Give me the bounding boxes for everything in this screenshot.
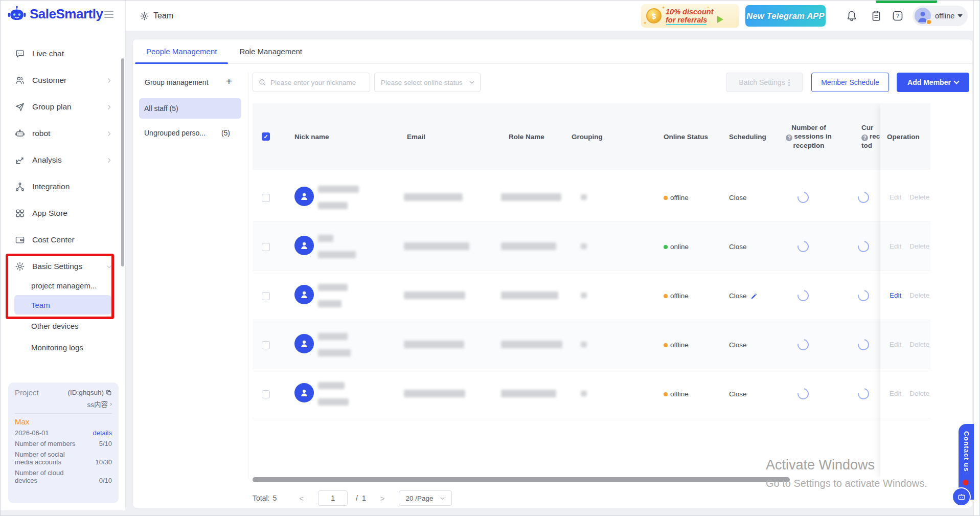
sidebar-item-basic-settings[interactable]: Basic Settings: [1, 253, 126, 280]
hamburger-menu-icon[interactable]: [104, 11, 113, 20]
status-dot-icon: [664, 392, 668, 396]
online-status-cell: offline: [664, 341, 689, 349]
batch-settings-button[interactable]: Batch Settings: [726, 73, 803, 92]
sidebar-subitem-project-managem[interactable]: project managem...: [1, 277, 126, 294]
help-icon[interactable]: ?: [786, 134, 792, 141]
sidebar-item-live-chat[interactable]: Live chat: [1, 40, 126, 67]
group-item-ungrouped-perso[interactable]: Ungrouped perso...(5): [139, 123, 241, 143]
sidebar-item-analysis[interactable]: Analysis: [1, 147, 126, 173]
notifications-bell-icon[interactable]: [846, 10, 858, 22]
sidebar-item-group-plan[interactable]: Group plan: [1, 94, 126, 120]
search-input[interactable]: [270, 79, 366, 86]
project-id: (ID:ghqsuh): [67, 389, 112, 396]
sidebar-subitem-other-devices[interactable]: Other devices: [1, 315, 126, 337]
status-dot-icon: [664, 245, 668, 249]
group-item-all-staff-5[interactable]: All staff (5): [139, 98, 241, 119]
help-icon[interactable]: ?: [892, 10, 904, 22]
total-label: Total:: [253, 494, 269, 502]
help-icon[interactable]: ?: [861, 134, 868, 141]
referral-promo-banner[interactable]: ✦ ✦ ✦ $ 10% discount for referrals: [641, 4, 739, 28]
page-size-select[interactable]: 20 /Page: [399, 490, 452, 506]
sidebar-subitem-monitoring-logs[interactable]: Monitoring logs: [1, 337, 126, 357]
status-dot-icon: [664, 196, 668, 200]
select-all-checkbox[interactable]: ✓: [262, 132, 270, 141]
col-sessions-in-reception: Number of ?sessions in reception: [778, 123, 839, 150]
horizontal-scrollbar[interactable]: [253, 477, 790, 482]
project-switcher[interactable]: ss内容 ›: [15, 399, 112, 409]
row-checkbox[interactable]: [262, 243, 270, 251]
scheduling-cell: Close: [729, 292, 758, 300]
nickname-blurred: [318, 284, 348, 291]
sidebar-scrollbar[interactable]: [121, 58, 124, 266]
sidebar-item-customer[interactable]: Customer: [1, 67, 126, 94]
prev-page-button[interactable]: <: [299, 494, 304, 503]
role-blurred: [501, 341, 562, 348]
app-window: Team ✦ ✦ ✦ $ 10% discount for referrals …: [0, 0, 980, 516]
nickname-search-field[interactable]: [253, 73, 370, 92]
add-member-button[interactable]: Add Member: [897, 73, 969, 92]
edit-button[interactable]: Edit: [890, 341, 901, 348]
send-icon: [15, 102, 25, 112]
presence-dot: [926, 19, 932, 25]
copy-icon[interactable]: [105, 389, 112, 396]
grouping-blurred: [581, 391, 587, 396]
scheduling-cell: Close: [729, 341, 747, 349]
sidebar-item-label: Basic Settings: [32, 262, 82, 271]
sidebar-item-label: Cost Center: [32, 235, 75, 244]
online-status-cell: offline: [664, 292, 689, 300]
email-blurred: [404, 242, 469, 250]
member-schedule-button[interactable]: Member Schedule: [811, 73, 889, 92]
row-checkbox[interactable]: [262, 341, 270, 349]
gear-icon: [15, 261, 25, 272]
brand-logo[interactable]: SaleSmartly: [8, 5, 103, 23]
edit-button[interactable]: Edit: [890, 193, 901, 201]
online-status-select[interactable]: Please select online status: [374, 73, 481, 92]
vertical-divider: [248, 73, 248, 479]
scheduling-cell: Close: [729, 390, 747, 398]
sessions-spinner-icon: [795, 239, 811, 255]
avatar: [915, 8, 931, 24]
robot-icon: [15, 128, 25, 139]
sidebar-item-integration[interactable]: Integration: [1, 173, 126, 200]
edit-button[interactable]: Edit: [890, 390, 901, 397]
tab-people-management[interactable]: People Management: [135, 39, 228, 63]
telegram-app-banner[interactable]: New Telegram APP: [745, 5, 826, 27]
chevron-down-icon: [469, 79, 475, 85]
delete-button[interactable]: Delete: [909, 390, 929, 397]
edit-pencil-icon[interactable]: [750, 293, 758, 300]
edit-button[interactable]: Edit: [890, 242, 901, 250]
delete-button[interactable]: Delete: [909, 242, 929, 250]
sidebar-item-robot[interactable]: robot: [1, 120, 126, 147]
delete-button[interactable]: Delete: [909, 291, 929, 299]
stat-value: 5/10: [99, 440, 112, 447]
sidebar-subitem-team[interactable]: Team: [14, 295, 111, 315]
grouping-blurred: [581, 194, 587, 200]
next-page-button[interactable]: >: [380, 494, 385, 503]
contact-chat-icon[interactable]: [952, 487, 971, 506]
project-card: Project (ID:ghqsuh) ss内容 › Max 2026-06-0…: [8, 383, 119, 503]
details-link[interactable]: details: [93, 429, 112, 437]
tab-role-management[interactable]: Role Management: [228, 39, 313, 63]
operation-pinned-column: Operation EditDeleteEditDeleteEditDelete…: [880, 103, 930, 479]
sparkle-icon: ✦: [643, 20, 647, 26]
row-checkbox[interactable]: [262, 390, 270, 398]
online-status-value: offline: [935, 12, 954, 20]
member-avatar: [294, 383, 314, 402]
clipboard-icon[interactable]: [870, 10, 882, 22]
add-group-button[interactable]: +: [226, 76, 232, 87]
sparkle-icon: ✦: [706, 6, 710, 10]
pagination: Total: 5 < / 1 > 20 /Page: [253, 490, 452, 506]
row-checkbox[interactable]: [262, 292, 270, 300]
sidebar-item-app-store[interactable]: App Store: [1, 200, 126, 227]
delete-button[interactable]: Delete: [909, 341, 929, 348]
row-checkbox[interactable]: [262, 194, 270, 202]
profile-status-menu[interactable]: offline: [913, 6, 968, 26]
play-triangle-icon: [717, 16, 723, 23]
edit-button[interactable]: Edit: [890, 291, 901, 299]
delete-button[interactable]: Delete: [909, 193, 929, 201]
sidebar-nav: Live chat Customer Group plan robot Anal…: [1, 40, 126, 280]
group-label: Ungrouped perso...: [144, 129, 206, 137]
sidebar-item-cost-center[interactable]: Cost Center: [1, 227, 126, 253]
page-number-input[interactable]: [318, 490, 348, 506]
wallet-icon: [15, 235, 25, 245]
